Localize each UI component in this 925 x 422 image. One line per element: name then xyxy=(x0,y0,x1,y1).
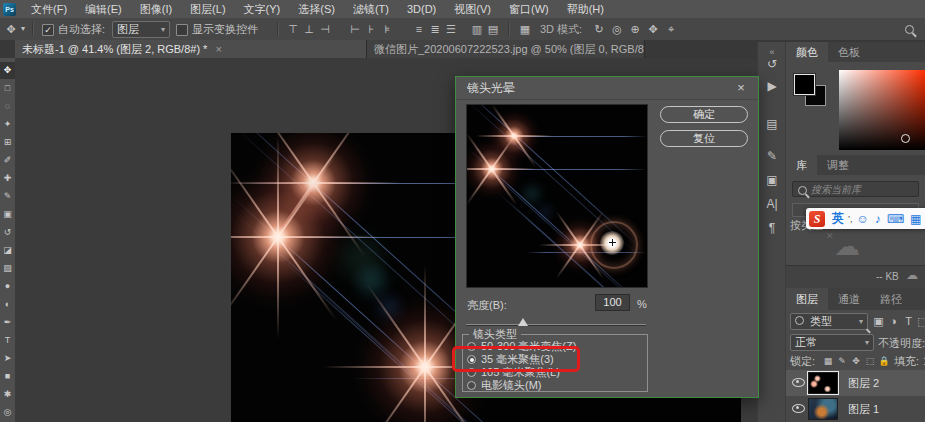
layer-thumbnail[interactable] xyxy=(808,372,838,394)
lock-artboard-icon[interactable]: ⬚ xyxy=(864,352,876,370)
align-right-icon[interactable]: ⊧ xyxy=(380,18,394,40)
blur-tool[interactable]: ● xyxy=(0,278,15,295)
distribute-vertical-icon[interactable]: ▤ xyxy=(486,18,500,40)
filter-type-layers-icon[interactable]: T xyxy=(902,310,915,332)
sogou-logo-icon[interactable]: S xyxy=(809,211,825,227)
distribute-bottom-icon[interactable]: ☰ xyxy=(444,18,458,40)
actions-panel-icon[interactable]: ▶ xyxy=(758,76,786,96)
marquee-tool[interactable]: □ xyxy=(0,80,15,97)
menu-layer[interactable]: 图层(L) xyxy=(181,0,234,18)
close-tab-icon[interactable]: × xyxy=(215,43,221,55)
document-tab-untitled[interactable]: 未标题-1 @ 41.4% (图层 2, RGB/8#) * × xyxy=(15,40,367,58)
align-vertical-center-icon[interactable]: ⊥ xyxy=(302,18,316,40)
tab-swatches[interactable]: 色板 xyxy=(828,42,870,62)
clone-stamp-tool[interactable]: ▣ xyxy=(0,206,15,223)
ime-punctuation-mode[interactable]: ’, xyxy=(848,214,853,224)
align-horizontal-center-icon[interactable]: ⊦ xyxy=(364,18,378,40)
hand-tool[interactable]: ✱ xyxy=(0,386,15,403)
menu-edit[interactable]: 编辑(E) xyxy=(76,0,131,18)
creative-cloud-icon[interactable]: ☁ xyxy=(834,231,860,262)
menu-3d[interactable]: 3D(D) xyxy=(398,0,445,18)
tab-paths[interactable]: 路径 xyxy=(870,288,912,310)
search-icon[interactable] xyxy=(905,25,914,34)
filter-shape-layers-icon[interactable]: ⬚ xyxy=(916,310,925,332)
color-picker-gradient[interactable] xyxy=(839,70,925,150)
slider-thumb[interactable] xyxy=(518,318,528,326)
lock-transparency-icon[interactable]: ▦ xyxy=(822,352,834,370)
menu-filter[interactable]: 滤镜(T) xyxy=(344,0,398,18)
type-tool[interactable]: T xyxy=(0,332,15,349)
layer-row-2[interactable]: 图层 2 xyxy=(786,370,925,396)
3d-roll-icon[interactable]: ◎ xyxy=(610,18,624,40)
blend-mode-combo[interactable]: 正常 ▾ xyxy=(790,334,874,351)
lens-option-movie-prime[interactable]: 电影镜头(M) xyxy=(467,379,542,392)
lock-pixels-icon[interactable]: ✎ xyxy=(836,352,848,370)
dialog-close-icon[interactable]: × xyxy=(734,77,748,99)
menu-help[interactable]: 帮助(H) xyxy=(558,0,613,18)
foreground-color-swatch[interactable] xyxy=(794,74,815,95)
photoshop-app-icon[interactable]: Ps xyxy=(3,3,16,16)
menu-window[interactable]: 窗口(W) xyxy=(500,0,558,18)
dialog-title-bar[interactable]: 镜头光晕 × xyxy=(456,77,758,100)
emoji-icon[interactable]: ☺ xyxy=(857,212,869,226)
character-panel-icon[interactable]: A| xyxy=(758,194,786,214)
align-left-icon[interactable]: ⊢ xyxy=(348,18,362,40)
reset-button[interactable]: 复位 xyxy=(660,130,748,147)
3d-rotate-icon[interactable]: ↻ xyxy=(592,18,606,40)
styles-panel-icon[interactable]: ▤ xyxy=(758,114,786,134)
crop-tool[interactable]: ⊞ xyxy=(0,134,15,151)
show-transform-checkbox[interactable] xyxy=(176,24,188,36)
lasso-tool[interactable]: ◌ xyxy=(0,98,15,115)
pen-tool[interactable]: ✒ xyxy=(0,314,15,331)
lock-all-icon[interactable]: 🔒 xyxy=(878,352,890,370)
dodge-tool[interactable]: ◐ xyxy=(0,296,15,313)
tool-preset-caret-icon[interactable]: ▾ xyxy=(18,18,28,40)
move-tool[interactable]: ✥ xyxy=(0,62,15,79)
align-bottom-icon[interactable]: ⊣ xyxy=(318,18,332,40)
layer-row-1[interactable]: 图层 1 xyxy=(786,396,925,422)
brush-settings-panel-icon[interactable]: ✎ xyxy=(758,146,786,166)
distribute-top-icon[interactable]: ≡ xyxy=(412,18,426,40)
tab-adjustments[interactable]: 调整 xyxy=(817,155,859,175)
mic-icon[interactable]: ♪ xyxy=(875,212,881,226)
lock-position-icon[interactable]: ✥ xyxy=(850,352,862,370)
tab-libraries[interactable]: 库 xyxy=(786,155,817,175)
auto-select-target-combo[interactable]: 图层 ▾ xyxy=(112,21,170,38)
flare-preview[interactable] xyxy=(466,104,648,288)
ok-button[interactable]: 确定 xyxy=(660,106,748,123)
menu-view[interactable]: 视图(V) xyxy=(445,0,500,18)
quick-selection-tool[interactable]: ✦ xyxy=(0,116,15,133)
document-tab-wechat-image[interactable]: 微信图片_20200607222523.jpg @ 50% (图层 0, RGB… xyxy=(367,40,645,58)
3d-scale-icon[interactable]: ⌖ xyxy=(664,18,678,40)
layer-filter-kind-combo[interactable]: 类型 ▾ xyxy=(790,313,868,330)
handwriting-icon[interactable]: ▦ xyxy=(910,212,921,226)
layer-name[interactable]: 图层 1 xyxy=(848,396,879,422)
filter-adjustment-layers-icon[interactable]: ◑ xyxy=(887,310,900,332)
layer-visibility-eye-icon[interactable] xyxy=(792,404,805,413)
move-tool-icon[interactable]: ✥ xyxy=(4,18,18,40)
brush-tool[interactable]: ✎ xyxy=(0,188,15,205)
menu-image[interactable]: 图像(I) xyxy=(131,0,181,18)
menu-type[interactable]: 文字(Y) xyxy=(235,0,290,18)
history-brush-tool[interactable]: ↺ xyxy=(0,224,15,241)
library-search-input[interactable]: 搜索当前库 xyxy=(792,181,919,197)
paragraph-panel-icon[interactable]: ¶ xyxy=(758,218,786,238)
brightness-value-field[interactable]: 100 xyxy=(595,294,630,311)
flare-center-crosshair[interactable] xyxy=(609,239,616,246)
filter-pixel-layers-icon[interactable]: ▣ xyxy=(872,310,885,332)
color-picker-cursor[interactable] xyxy=(901,134,910,143)
shape-tool[interactable]: ■ xyxy=(0,368,15,385)
layer-visibility-eye-icon[interactable] xyxy=(792,378,805,387)
align-distribute-extra-icon[interactable]: ▦ xyxy=(518,18,532,40)
auto-select-checkbox[interactable]: ✓ xyxy=(42,24,54,36)
3d-slide-icon[interactable]: ✥ xyxy=(646,18,660,40)
menu-select[interactable]: 选择(S) xyxy=(289,0,344,18)
layer-name[interactable]: 图层 2 xyxy=(848,370,879,396)
align-top-icon[interactable]: ⊤ xyxy=(286,18,300,40)
slider-track[interactable] xyxy=(466,324,646,325)
ime-language-mode[interactable]: 英 xyxy=(832,210,844,227)
clone-source-panel-icon[interactable]: ▣ xyxy=(758,170,786,190)
gradient-tool[interactable]: ▨ xyxy=(0,260,15,277)
eyedropper-tool[interactable]: ✐ xyxy=(0,152,15,169)
distribute-horizontal-icon[interactable]: ▥ xyxy=(470,18,484,40)
